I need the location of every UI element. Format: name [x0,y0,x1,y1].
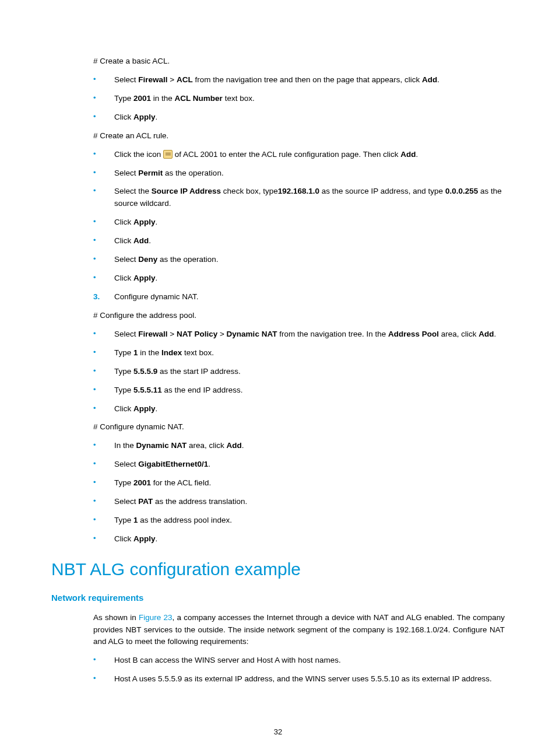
list-item: Click Apply. [93,111,505,124]
text-bold: GigabitEthernet0/1 [138,460,208,468]
bullet-group-2: Click the icon of ACL 2001 to enter the … [93,149,505,285]
section-heading: NBT ALG configuration example [51,556,505,583]
list-item: Select Firewall > ACL from the navigatio… [93,74,505,86]
text-bold: Firewall [138,75,167,84]
step-3: 3.Configure dynamic NAT. [93,291,505,303]
text: Type [114,478,133,487]
edit-icon [163,150,173,159]
text: Click [114,113,133,121]
text-bold: Index [161,348,182,357]
text-bold: 1 [133,516,138,524]
text: Host B can access the WINS server and Ho… [114,656,341,664]
text: . [156,113,158,121]
text-bold: Apply [133,218,156,226]
text: Click the icon [114,150,163,159]
text: as the end IP address. [162,386,243,394]
text: area, click [186,441,226,450]
list-item: Click Apply. [93,403,505,415]
text-bold: Apply [133,534,156,543]
create-acl-rule: # Create an ACL rule. [93,130,505,142]
text-bold: Add [422,75,437,84]
text-bold: Apply [133,113,156,121]
list-item: In the Dynamic NAT area, click Add. [93,440,505,452]
list-item: Host B can access the WINS server and Ho… [93,654,505,667]
list-item: Type 1 as the address pool index. [93,514,505,527]
list-item: Type 5.5.5.11 as the end IP address. [93,384,505,397]
list-item: Host A uses 5.5.5.9 as its external IP a… [93,673,505,685]
text-bold: Apply [133,274,156,282]
text: Type [114,367,133,376]
text: . [156,218,158,226]
text: as the address pool index. [138,516,232,524]
text: as the address translation. [153,497,247,506]
text-bold: 5.5.5.11 [133,386,162,394]
text: . [156,274,158,282]
text: . [149,236,151,245]
text-bold: Dynamic NAT [136,441,187,450]
list-item: Click Apply. [93,216,505,229]
text: > [168,330,177,338]
text: check box, type [221,187,278,195]
configure-dynamic-nat: # Configure dynamic NAT. [93,421,505,433]
text: Click [114,274,133,282]
text: in the [138,348,162,357]
text: area, click [439,330,478,338]
text: Click [114,236,133,245]
text: Click [114,218,133,226]
text: Type [114,386,133,394]
list-item: Click Apply. [93,533,505,545]
list-item: Select GigabitEthernet0/1. [93,459,505,471]
text-bold: Firewall [138,330,167,338]
text: as the operation. [157,255,218,264]
text-bold: 2001 [133,94,151,103]
text: Select [114,255,138,264]
list-item: Type 5.5.5.9 as the start IP address. [93,366,505,378]
text: . [208,460,210,468]
bullet-group-3: Select Firewall > NAT Policy > Dynamic N… [93,328,505,415]
text-bold: Add [400,150,416,159]
list-item: Click Add. [93,235,505,247]
intro-paragraph: As shown in Figure 23, a company accesse… [93,612,505,649]
text-bold: Add [478,330,494,338]
text: Select [114,330,138,338]
text: . [494,330,497,338]
text: Click [114,404,133,413]
text-bold: ACL Number [175,94,223,103]
text-bold: PAT [138,497,153,506]
text-bold: Permit [138,169,163,177]
text: Select [114,75,138,84]
text-bold: Add [133,236,149,245]
text-bold: Apply [133,404,156,413]
text-bold: ACL [177,75,193,84]
text: . [416,150,418,159]
text: from the navigation tree. In the [277,330,388,338]
bullet-group-1: Select Firewall > ACL from the navigatio… [93,74,505,124]
text: for the ACL field. [151,478,211,487]
text-bold: 2001 [133,478,151,487]
list-item: Type 2001 in the ACL Number text box. [93,93,505,105]
text: as the operation. [163,169,223,177]
figure-reference[interactable]: Figure 23 [139,613,173,622]
list-item: Select Permit as the operation. [93,167,505,180]
step-number: 3. [93,291,100,303]
text: . [156,534,158,543]
text-bold: Add [227,441,242,450]
text: Host A uses 5.5.5.9 as its external IP a… [114,674,492,683]
configure-address-pool: # Configure the address pool. [93,310,505,322]
text: of ACL 2001 to enter the ACL rule config… [173,150,400,159]
text: as the source IP address, and type [319,187,445,195]
list-item: Select Firewall > NAT Policy > Dynamic N… [93,328,505,341]
list-item: Select PAT as the address translation. [93,496,505,508]
list-item: Select the Source IP Address check box, … [93,186,505,210]
text-bold: Source IP Address [152,187,221,195]
bullet-group-4: In the Dynamic NAT area, click Add. Sele… [93,440,505,545]
text: . [437,75,439,84]
list-item: Click the icon of ACL 2001 to enter the … [93,149,505,161]
text: > [217,330,226,338]
subsection-heading: Network requirements [51,591,505,604]
text-bold: 192.168.1.0 [278,187,319,195]
text-bold: 5.5.5.9 [133,367,157,376]
text-bold: NAT Policy [177,330,217,338]
requirements-list: Host B can access the WINS server and Ho… [93,654,505,685]
text: text box. [223,94,255,103]
